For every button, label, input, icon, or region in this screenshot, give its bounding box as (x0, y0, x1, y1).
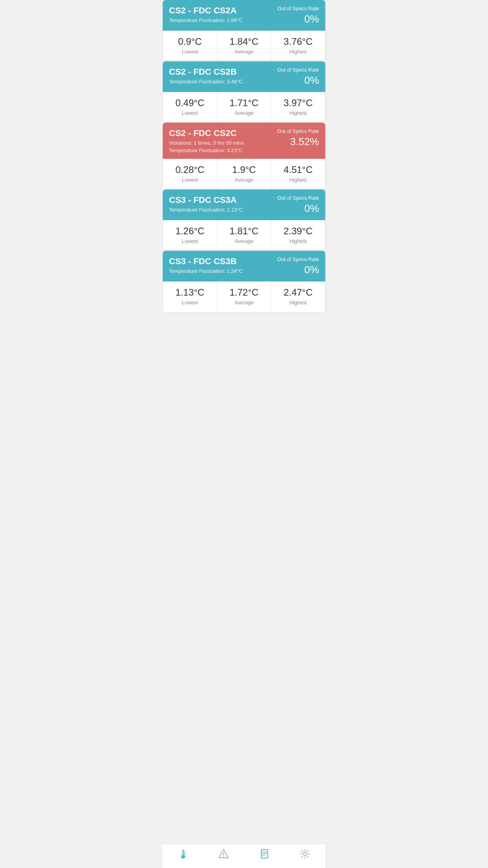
stat-value: 0.28°C (176, 164, 205, 175)
out-of-specs-label-cs2a: Out of Specs Rate (277, 6, 319, 12)
card-stats-cs3a: 1.26°CLowest1.81°CAverage2.39°CHighest (163, 220, 325, 250)
stat-value: 0.49°C (176, 97, 205, 108)
stat-cell: 2.47°CHighest (271, 281, 325, 313)
out-of-specs-value-cs2c: 3.52% (277, 136, 319, 148)
stat-value: 1.9°C (232, 164, 256, 175)
stat-cell: 3.76°CHighest (271, 31, 325, 60)
card-header-left-cs3b: CS3 - FDC CS3BTemperature Fluctuation: 1… (169, 256, 242, 274)
stat-label: Average (235, 238, 253, 244)
card-subtitle-cs2b: Temperature Fluctuation: 3.48°C (169, 79, 242, 85)
card-stats-cs3b: 1.13°CLowest1.72°CAverage2.47°CHighest (163, 281, 325, 313)
stat-value: 1.72°C (229, 287, 259, 298)
card-title-cs3a: CS3 - FDC CS3A (169, 195, 242, 205)
card-header-right-cs2c: Out of Specs Rate3.52% (277, 128, 319, 148)
out-of-specs-label-cs2c: Out of Specs Rate (277, 128, 319, 135)
stat-cell: 1.81°CAverage (217, 220, 272, 250)
card-title-cs3b: CS3 - FDC CS3B (169, 256, 242, 267)
stat-label: Highest (290, 238, 307, 244)
card-header-right-cs3b: Out of Specs Rate0% (277, 256, 319, 276)
stat-label: Highest (290, 49, 307, 55)
card-header-right-cs3a: Out of Specs Rate0% (277, 195, 319, 215)
card-header-left-cs2b: CS2 - FDC CS2BTemperature Fluctuation: 3… (169, 67, 242, 85)
stat-label: Average (235, 49, 253, 55)
stat-value: 1.13°C (176, 287, 205, 298)
stat-label: Lowest (182, 110, 198, 116)
stat-cell: 0.28°CLowest (163, 159, 217, 188)
card-stats-cs2b: 0.49°CLowest1.71°CAverage3.97°CHighest (163, 92, 325, 122)
stat-cell: 0.49°CLowest (163, 92, 217, 121)
card-header-cs2b[interactable]: CS2 - FDC CS2BTemperature Fluctuation: 3… (163, 61, 325, 92)
card-cs3a: CS3 - FDC CS3ATemperature Fluctuation: 1… (163, 189, 325, 250)
stat-value: 1.26°C (176, 226, 205, 237)
stat-cell: 1.72°CAverage (217, 281, 272, 313)
stat-label: Lowest (182, 177, 198, 183)
card-subtitle-cs2a: Temperature Fluctuation: 2.86°C (169, 17, 242, 23)
card-cs2a: CS2 - FDC CS2ATemperature Fluctuation: 2… (163, 0, 325, 61)
stat-label: Lowest (182, 49, 198, 55)
card-header-left-cs2a: CS2 - FDC CS2ATemperature Fluctuation: 2… (169, 6, 242, 23)
stat-value: 3.97°C (284, 97, 313, 108)
card-cs2c: CS2 - FDC CS2CViolations: 1 times, 0 hrs… (163, 123, 325, 189)
card-header-cs2c[interactable]: CS2 - FDC CS2CViolations: 1 times, 0 hrs… (163, 123, 325, 159)
card-subtitle-cs3b: Temperature Fluctuation: 1.34°C (169, 268, 242, 274)
stat-value: 1.81°C (229, 226, 259, 237)
stat-label: Highest (290, 300, 307, 305)
stat-cell: 1.13°CLowest (163, 281, 217, 313)
out-of-specs-value-cs2a: 0% (277, 13, 319, 25)
card-title-cs2a: CS2 - FDC CS2A (169, 6, 242, 16)
card-cs2b: CS2 - FDC CS2BTemperature Fluctuation: 3… (163, 61, 325, 122)
stat-value: 4.51°C (284, 164, 313, 175)
stat-label: Lowest (182, 238, 198, 244)
stat-label: Highest (290, 177, 307, 183)
card-subtitle-extra-cs2c: Temperature Fluctuation: 4.23°C (169, 147, 244, 153)
card-stats-cs2c: 0.28°CLowest1.9°CAverage4.51°CHighest (163, 159, 325, 189)
card-stats-cs2a: 0.9°CLowest1.84°CAverage3.76°CHighest (163, 31, 325, 61)
out-of-specs-value-cs3a: 0% (277, 202, 319, 215)
stat-label: Highest (290, 110, 307, 116)
stat-cell: 1.84°CAverage (217, 31, 272, 60)
stat-label: Lowest (182, 300, 198, 305)
stat-label: Average (235, 300, 253, 305)
card-header-cs3b[interactable]: CS3 - FDC CS3BTemperature Fluctuation: 1… (163, 251, 325, 281)
stat-cell: 0.9°CLowest (163, 31, 217, 60)
card-title-cs2b: CS2 - FDC CS2B (169, 67, 242, 77)
stat-cell: 4.51°CHighest (271, 159, 325, 188)
out-of-specs-label-cs2b: Out of Specs Rate (277, 67, 319, 74)
stat-cell: 3.97°CHighest (271, 92, 325, 121)
out-of-specs-label-cs3a: Out of Specs Rate (277, 195, 319, 202)
card-header-left-cs3a: CS3 - FDC CS3ATemperature Fluctuation: 1… (169, 195, 242, 213)
card-header-right-cs2b: Out of Specs Rate0% (277, 67, 319, 86)
content-area: CS2 - FDC CS2ATemperature Fluctuation: 2… (163, 0, 325, 345)
card-header-cs2a[interactable]: CS2 - FDC CS2ATemperature Fluctuation: 2… (163, 0, 325, 31)
stat-label: Average (235, 177, 253, 183)
stat-cell: 2.39°CHighest (271, 220, 325, 250)
card-subtitle-cs3a: Temperature Fluctuation: 1.13°C (169, 207, 242, 213)
stat-value: 1.71°C (229, 97, 259, 108)
card-header-left-cs2c: CS2 - FDC CS2CViolations: 1 times, 0 hrs… (169, 128, 244, 153)
stat-value: 1.84°C (229, 36, 259, 47)
stat-value: 3.76°C (284, 36, 313, 47)
stat-value: 0.9°C (178, 36, 202, 47)
card-subtitle-cs2c: Violations: 1 times, 0 hrs 50 mins (169, 140, 244, 146)
stat-value: 2.39°C (284, 226, 313, 237)
stat-cell: 1.9°CAverage (217, 159, 272, 188)
card-header-right-cs2a: Out of Specs Rate0% (277, 6, 319, 25)
stat-label: Average (235, 110, 253, 116)
card-header-cs3a[interactable]: CS3 - FDC CS3ATemperature Fluctuation: 1… (163, 189, 325, 220)
card-cs3b: CS3 - FDC CS3BTemperature Fluctuation: 1… (163, 251, 325, 313)
out-of-specs-value-cs2b: 0% (277, 74, 319, 86)
stat-cell: 1.26°CLowest (163, 220, 217, 250)
stat-value: 2.47°C (284, 287, 313, 298)
card-title-cs2c: CS2 - FDC CS2C (169, 128, 244, 138)
out-of-specs-value-cs3b: 0% (277, 264, 319, 276)
stat-cell: 1.71°CAverage (217, 92, 272, 121)
out-of-specs-label-cs3b: Out of Specs Rate (277, 256, 319, 263)
